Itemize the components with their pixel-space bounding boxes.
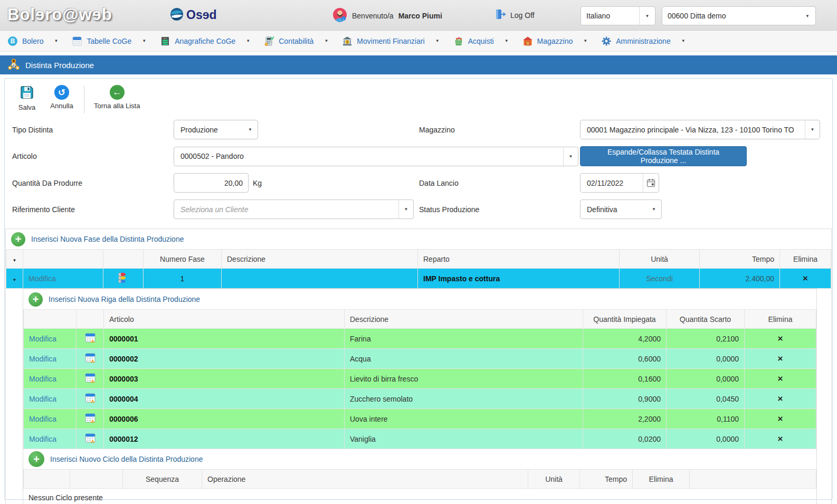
logoff-button[interactable]: Log Off [495,8,535,22]
expand-all-icon[interactable]: ▼ [13,258,17,263]
app-header: Bolɘro@wɘb Osɘd i Benvenuto/a Marco Pium [0,0,837,31]
cancel-button[interactable]: ↺ Annulla [47,85,77,110]
toolbar: Salva ↺ Annulla ← Torna alla Lista [5,79,832,116]
chevron-down-icon: ▼ [243,120,258,139]
back-arrow-icon: ← [110,85,125,100]
menu-item-bolero[interactable]: B Bolero ▼ [7,36,58,46]
back-to-list-button[interactable]: ← Torna alla Lista [94,85,140,110]
modifica-fase-link[interactable]: Modifica [28,274,56,283]
col-scarto: Quantita Scarto [667,310,745,329]
quantita-input[interactable] [174,173,249,193]
page-title-bar: Distinta Produzione [0,55,837,74]
fasi-section: + Inserisci Nuova Fase della Distinta Pr… [5,229,832,504]
riga-impiegata: 0,9000 [583,389,667,409]
menu-item-acquisti[interactable]: Acquisti ▼ [453,36,509,46]
add-fase-icon[interactable]: + [11,232,25,246]
espande-collassa-button[interactable]: Espande/Collassa Testata Distinta Produz… [580,146,747,166]
riga-scarto: 0,0450 [667,389,745,409]
modifica-riga-link[interactable]: Modifica [29,435,56,443]
save-button[interactable]: Salva [12,85,42,111]
col-elimina: Elimina [780,250,831,269]
delete-riga-icon[interactable]: × [778,374,783,384]
chevron-down-icon: ▼ [54,39,58,43]
floppy-icon [20,85,34,101]
tipo-distinta-label: Tipo Distinta [12,126,174,134]
riga-scarto: 0,0000 [667,429,745,449]
menu-item-magazzino[interactable]: Magazzino ▼ [522,36,588,46]
riga-scarto: 0,2100 [667,329,745,349]
riga-articolo: 0000003 [104,369,345,389]
magazzino-select[interactable]: 00001 Magazzino principale - Via Nizza, … [580,120,820,139]
delete-riga-icon[interactable]: × [778,334,783,344]
chevron-down-icon: ▼ [681,39,686,43]
tipo-distinta-select[interactable]: Produzione ▼ [174,120,258,139]
riga-impiegata: 0,1600 [583,369,667,389]
riferimento-cliente-select[interactable]: Seleziona un Cliente ▼ [174,199,414,219]
magazzino-label: Magazzino [419,126,580,134]
col-tempo: Tempo [580,470,633,489]
riga-row: Modifica 0000012 Vaniglia 0,0200 0,0000 … [24,429,816,449]
delete-fase-icon[interactable]: × [803,273,808,283]
svg-text:$: $ [347,40,349,44]
col-tempo: Tempo [700,250,780,269]
page-title: Distinta Produzione [25,61,94,70]
riga-distinta-icon [77,349,104,369]
col-reparto: Reparto [418,250,620,269]
modifica-riga-link[interactable]: Modifica [29,355,56,363]
riga-scarto: 0,0000 [667,369,745,389]
insert-riga-link[interactable]: Inserisci Nuova Riga della Distinta Prod… [49,295,200,303]
fasi-header-row: ▼ Numero Fase Descrizione Reparto Unità … [6,250,831,269]
records-icon [160,36,170,46]
chevron-down-icon: ▼ [639,7,655,25]
add-riga-icon[interactable]: + [28,292,43,307]
logoff-label: Log Off [510,11,535,20]
company-select[interactable]: 00600 Ditta demo ▼ [662,6,816,25]
articolo-select[interactable]: 0000502 - Pandoro ▼ [174,147,578,166]
collapse-fase-icon[interactable]: ▼ [13,278,17,282]
calendar-icon[interactable] [643,174,659,192]
language-select[interactable]: Italiano ▼ [581,6,655,25]
riga-impiegata: 0,0200 [583,429,667,449]
menu-item-contabilita[interactable]: Contabilità ▼ [264,36,328,46]
riga-descrizione: Lievito di birra fresco [345,369,583,389]
delete-riga-icon[interactable]: × [778,354,783,364]
riga-descrizione: Farina [345,329,583,349]
modifica-riga-link[interactable]: Modifica [29,375,56,383]
righe-section: + Inserisci Nuova Riga della Distinta Pr… [23,289,817,504]
chevron-down-icon: ▼ [324,39,328,43]
riga-impiegata: 4,2000 [583,329,667,349]
modifica-riga-link[interactable]: Modifica [29,415,56,423]
delete-riga-icon[interactable]: × [778,414,783,424]
chevron-down-icon: ▼ [398,200,413,218]
table-icon [72,36,82,46]
fasi-table: ▼ Numero Fase Descrizione Reparto Unità … [6,249,831,289]
col-articolo: Articolo [104,310,345,329]
fase-priority-icon: 1 2 3 [103,269,144,289]
menu-item-amministrazione[interactable]: Amministrazione ▼ [601,36,685,46]
quantita-unit: Kg [253,179,262,187]
delete-riga-icon[interactable]: × [778,434,783,444]
delete-riga-icon[interactable]: × [778,394,783,404]
chevron-down-icon: ▼ [805,120,820,139]
header-form: Tipo Distinta Produzione ▼ Magazzino 000… [5,116,832,229]
menu-item-tabelle-coge[interactable]: Tabelle CoGe ▼ [72,36,146,46]
menu-item-anagrafiche-coge[interactable]: Anagrafiche CoGe ▼ [160,36,250,46]
warehouse-icon [522,36,533,46]
insert-fase-link[interactable]: Inserisci Nuova Fase della Distinta Prod… [31,235,184,243]
modifica-riga-link[interactable]: Modifica [29,395,56,403]
righe-table: Articolo Descrizione Quantità Impiegata … [23,309,816,449]
fase-row: ▼ Modifica 1 2 3 1 IMP Impasto e cottura… [6,269,831,289]
col-elimina: Elimina [745,310,816,329]
riga-articolo: 0000012 [104,429,345,449]
insert-ciclo-link[interactable]: Inserisci Nuovo Ciclo della Distinta Pro… [50,455,203,463]
fase-descrizione [222,269,418,289]
menu-item-movimenti-finanziari[interactable]: $ Movimenti Finanziari ▼ [342,36,439,46]
data-lancio-input[interactable]: 02/11/2022 [580,173,659,193]
chevron-down-icon: ▼ [800,7,815,25]
brand: Osɘd [170,7,217,23]
brand-name: Osɘd [186,8,217,22]
modifica-riga-link[interactable]: Modifica [29,335,56,343]
add-ciclo-icon[interactable]: + [28,451,44,467]
status-produzione-select[interactable]: Definitiva ▼ [580,199,662,219]
gear-icon [601,36,612,46]
